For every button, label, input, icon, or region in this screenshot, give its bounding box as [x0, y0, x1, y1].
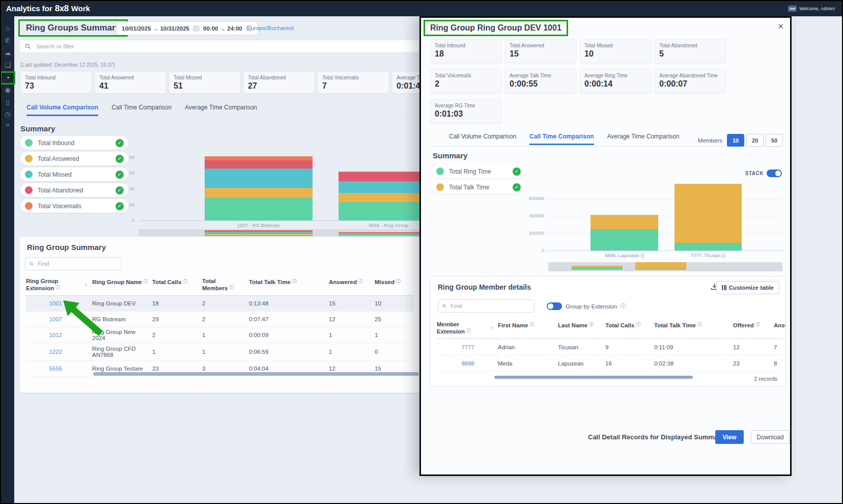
legend-item-total-missed[interactable]: Total Missed✓: [20, 167, 128, 181]
kpi-label: Average Talk Time: [510, 73, 572, 78]
sidebar-item-devices-icon[interactable]: ▯: [1, 97, 14, 108]
bar-segment-total-talk-time: [591, 215, 658, 229]
brush-segment: [205, 231, 313, 232]
tab-call-time-comparison[interactable]: Call Time Comparison: [529, 133, 594, 145]
user-avatar[interactable]: 8x8: [788, 6, 797, 12]
table-row[interactable]: 1007RG Bistream2920:07:471225: [26, 312, 414, 327]
table-row[interactable]: 1012Ring Group New 2024210:00:0911: [26, 327, 414, 343]
column-header-total-members[interactable]: Total Membersⓘ: [202, 275, 249, 295]
table-row[interactable]: 1001Ring Group DEV1820:13:481510: [26, 296, 414, 312]
group-by-extension-toggle[interactable]: [547, 302, 562, 310]
close-icon[interactable]: ✕: [777, 22, 784, 31]
extension-link[interactable]: 5555: [49, 366, 62, 372]
table-horizontal-scrollbar[interactable]: [93, 372, 419, 376]
table-cell: 1: [202, 349, 249, 355]
column-header-offered[interactable]: Offeredⓘ: [733, 319, 774, 332]
members-page-size-20[interactable]: 20: [746, 134, 764, 147]
chart-bar-1007-rg-bistream[interactable]: [205, 139, 313, 220]
column-header-answered[interactable]: Answeredⓘ: [329, 275, 375, 289]
sidebar-item-history-icon[interactable]: ◷: [1, 109, 14, 120]
table-cell: 25: [375, 316, 410, 322]
sidebar-item-expand[interactable]: »: [1, 119, 14, 130]
table-header-row: Member Extensionⓘ↑First NameⓘLast NameⓘT…: [437, 319, 786, 339]
search-input[interactable]: [35, 43, 414, 50]
member-table-horizontal-scrollbar[interactable]: [494, 376, 693, 379]
x-axis-label: 1007 - RG Bistream: [237, 222, 280, 228]
page-title: Ring Groups Summary: [26, 23, 120, 33]
legend-item-total-abandoned[interactable]: Total Abandoned✓: [20, 183, 128, 197]
ring-group-summary-card: Ring Group Summary Ring Group Extensionⓘ…: [19, 236, 420, 393]
column-header-ring-group-extension[interactable]: Ring Group Extensionⓘ↑: [26, 275, 92, 295]
table-cell: 1: [375, 332, 410, 338]
members-page-size-50[interactable]: 50: [766, 134, 783, 147]
bar-segment-total-inbound: [205, 198, 313, 220]
table-row[interactable]: 1222Ring Group CFD AN7868110:06:5910: [26, 343, 414, 361]
sidebar-item-calls-icon[interactable]: ✆: [1, 35, 14, 46]
sidebar-item-reports-icon[interactable]: ❏: [1, 60, 14, 71]
column-header-total-calls[interactable]: Total Callsⓘ: [152, 275, 202, 289]
legend-item-total-answered[interactable]: Total Answered✓: [20, 152, 128, 165]
column-header-ring-group-name[interactable]: Ring Group Nameⓘ: [92, 275, 152, 289]
extension-link[interactable]: 1001: [49, 300, 62, 306]
y-axis-tick: 80: [114, 155, 134, 160]
column-header-total-calls[interactable]: Total Callsⓘ: [605, 319, 654, 332]
table-find-box[interactable]: [25, 257, 122, 270]
sort-asc-icon[interactable]: ↑: [490, 325, 493, 331]
extension-link[interactable]: 1222: [49, 349, 62, 355]
member-find-box[interactable]: [438, 299, 535, 313]
info-icon: ⓘ: [358, 278, 363, 284]
date-range-value[interactable]: 10/01/2025 → 10/31/2025: [122, 25, 189, 32]
find-input[interactable]: [449, 302, 530, 310]
table-cell: Meda: [498, 360, 558, 367]
extension-link[interactable]: 1007: [49, 316, 62, 322]
brush-segment: [339, 232, 419, 233]
sort-asc-icon[interactable]: ↑: [85, 282, 87, 288]
legend-item-total-talk-time[interactable]: Total Talk Time✓: [432, 180, 525, 194]
date-range-picker[interactable]: 10/01/2025 → 10/31/2025 00:00 → 24:00: [116, 21, 258, 35]
tab-call-volume-comparison[interactable]: Call Volume Comparison: [26, 104, 98, 116]
call-time-chart: 02000004000006000008888, Lapusean ()7777…: [548, 169, 782, 250]
sidebar-item-profile-icon[interactable]: ◉: [1, 85, 14, 96]
user-menu[interactable]: 8x8 Welcome, Admin!: [788, 6, 837, 12]
column-header-missed[interactable]: Missedⓘ: [375, 275, 410, 289]
sidebar-item-home-icon[interactable]: ⌂: [1, 23, 14, 34]
customize-table-button[interactable]: Customize table: [716, 281, 779, 294]
column-header-total-talk-time[interactable]: Total Talk Timeⓘ: [654, 319, 733, 332]
gridline: [548, 233, 782, 234]
column-header-first-name[interactable]: First Nameⓘ: [498, 319, 558, 332]
column-header-label: Total Calls: [605, 322, 634, 328]
column-header-member-extension[interactable]: Member Extensionⓘ↑: [437, 319, 498, 339]
extension-link[interactable]: 1012: [49, 332, 62, 338]
timezone-link[interactable]: Europe/Bucharest: [247, 25, 294, 31]
column-header-last-name[interactable]: Last Nameⓘ: [558, 319, 605, 332]
table-row[interactable]: 8888MedaLapusean160:02:38238: [437, 355, 786, 372]
chart-bar-7777-ticusan-[interactable]: [675, 169, 742, 250]
legend-color-dot: [25, 155, 33, 162]
column-header-total-talk-time[interactable]: Total Talk Timeⓘ: [249, 275, 329, 289]
chart-bar-8888-lapusean-[interactable]: [591, 169, 658, 250]
tab-call-volume-comparison[interactable]: Call Volume Comparison: [449, 133, 516, 145]
sidebar-nav: ⌂✆☁❏◔◉▯◷»: [1, 16, 14, 503]
sidebar-item-analytics-icon[interactable]: ◔: [1, 72, 14, 83]
legend-item-total-ring-time[interactable]: Total Ring Time✓: [432, 164, 525, 178]
find-input[interactable]: [37, 260, 117, 267]
legend-item-total-inbound[interactable]: Total Inbound✓: [20, 136, 128, 150]
table-cell: 1: [202, 332, 249, 338]
extension-link[interactable]: 8888: [461, 360, 474, 367]
tab-average-time-comparison[interactable]: Average Time Comparison: [607, 133, 680, 145]
view-button[interactable]: View: [715, 430, 744, 444]
extension-link[interactable]: 7777: [461, 344, 474, 350]
legend-item-total-voicemails[interactable]: Total Voicemails✓: [20, 199, 128, 213]
table-row[interactable]: 7777AdrianTicusan90:11:09127: [437, 339, 786, 355]
column-header-answered[interactable]: Answeredⓘ: [774, 319, 786, 332]
table-cell: 2: [152, 332, 202, 338]
sidebar-item-cloud-services-icon[interactable]: ☁: [1, 47, 14, 59]
download-button[interactable]: Download: [751, 430, 790, 444]
modal-chart-brush-scrollbar[interactable]: [548, 262, 782, 271]
tab-average-time-comparison[interactable]: Average Time Comparison: [185, 104, 257, 116]
tab-call-time-comparison[interactable]: Call Time Comparison: [111, 104, 172, 116]
gridline: [548, 216, 782, 216]
time-range-value[interactable]: 00:00 → 24:00: [203, 25, 242, 32]
members-page-size-10[interactable]: 10: [727, 134, 744, 147]
search-filter-bar[interactable]: [19, 40, 419, 53]
